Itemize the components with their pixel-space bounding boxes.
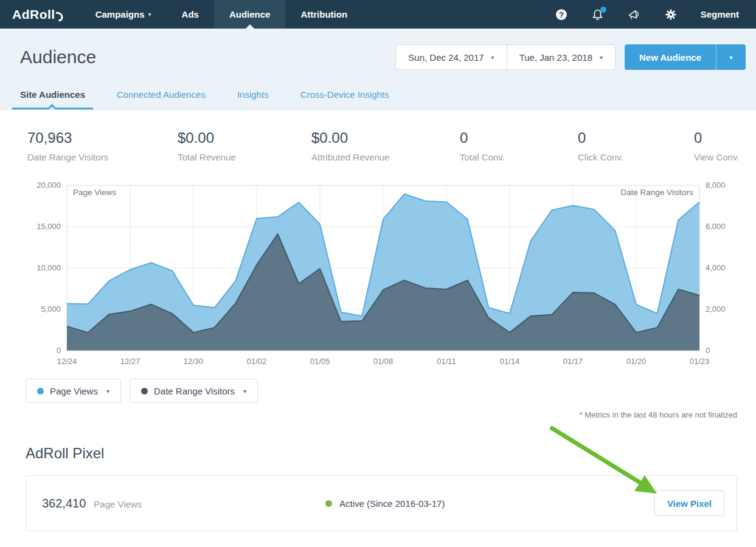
svg-text:4,000: 4,000 bbox=[706, 263, 726, 272]
page-views-dot-icon bbox=[37, 388, 44, 394]
svg-text:01/08: 01/08 bbox=[373, 357, 394, 366]
status-dot-icon bbox=[325, 500, 332, 507]
svg-text:01/11: 01/11 bbox=[437, 357, 456, 366]
tab-site-audiences[interactable]: Site Audiences bbox=[20, 83, 85, 109]
page-header: Audience Sun, Dec 24, 2017 ▾ Tue, Jan 23… bbox=[0, 29, 756, 110]
view-pixel-button[interactable]: View Pixel bbox=[654, 490, 724, 516]
notifications-icon[interactable] bbox=[591, 8, 605, 21]
svg-text:0: 0 bbox=[57, 346, 61, 355]
announcements-icon[interactable] bbox=[628, 8, 641, 21]
chevron-down-icon: ▾ bbox=[148, 11, 151, 18]
date-start-picker[interactable]: Sun, Dec 24, 2017 ▾ bbox=[396, 45, 506, 69]
svg-text:15,000: 15,000 bbox=[36, 222, 61, 231]
date-end-picker[interactable]: Tue, Jan 23, 2018 ▾ bbox=[507, 45, 615, 69]
nav-item-campaigns[interactable]: Campaigns ▾ bbox=[80, 0, 167, 29]
svg-text:10,000: 10,000 bbox=[36, 263, 61, 272]
pixel-page-views-label: Page Views bbox=[94, 499, 142, 509]
adroll-pixel-heading: AdRoll Pixel bbox=[26, 445, 756, 462]
header-controls: Sun, Dec 24, 2017 ▾ Tue, Jan 23, 2018 ▾ … bbox=[395, 44, 746, 70]
svg-text:12/27: 12/27 bbox=[120, 357, 140, 366]
stat-value: $0.00 bbox=[311, 129, 460, 146]
svg-text:01/14: 01/14 bbox=[500, 357, 520, 366]
adroll-logo-text: AdRoll bbox=[12, 7, 55, 22]
svg-text:6,000: 6,000 bbox=[706, 222, 726, 231]
nav-item-attribution[interactable]: Attribution bbox=[285, 0, 362, 29]
legend-label: Date Range Visitors bbox=[154, 386, 235, 396]
stat-value: 0 bbox=[578, 129, 694, 146]
svg-text:20,000: 20,000 bbox=[36, 181, 61, 190]
stat-label: Date Range Visitors bbox=[27, 152, 178, 162]
tab-cross-device-insights[interactable]: Cross-Device Insights bbox=[300, 83, 389, 109]
active-nav-notch bbox=[246, 24, 254, 29]
svg-text:2,000: 2,000 bbox=[706, 304, 726, 314]
stats-row: 70,963 Date Range Visitors $0.00 Total R… bbox=[0, 110, 756, 162]
chart-legend: Page Views ▾ Date Range Visitors ▾ bbox=[0, 379, 756, 403]
help-icon[interactable]: ? bbox=[555, 8, 568, 21]
date-range-picker: Sun, Dec 24, 2017 ▾ Tue, Jan 23, 2018 ▾ bbox=[395, 44, 616, 70]
svg-text:01/23: 01/23 bbox=[690, 357, 710, 366]
adroll-logo[interactable]: AdRoll bbox=[0, 0, 72, 29]
stat-label: Click Conv. bbox=[578, 152, 694, 162]
main-nav: AdRoll Campaigns ▾ Ads Audience Attribut… bbox=[0, 0, 756, 29]
pixel-page-views-value: 362,410 bbox=[42, 497, 86, 511]
pixel-page-views-stat: 362,410 Page Views bbox=[42, 497, 142, 511]
svg-text:8,000: 8,000 bbox=[706, 181, 726, 190]
pixel-status-text: Active (Since 2016-03-17) bbox=[339, 498, 445, 509]
tab-insights-label: Insights bbox=[237, 89, 269, 100]
svg-text:Date Range Visitors: Date Range Visitors bbox=[620, 188, 693, 197]
stat-click-conv: 0 Click Conv. bbox=[578, 129, 694, 162]
new-audience-button[interactable]: New Audience bbox=[625, 44, 716, 70]
stat-label: Total Revenue bbox=[178, 152, 311, 162]
svg-text:Page Views: Page Views bbox=[73, 188, 116, 197]
stat-value: 0 bbox=[460, 129, 578, 146]
svg-text:12/24: 12/24 bbox=[57, 357, 77, 366]
svg-text:01/20: 01/20 bbox=[626, 357, 647, 366]
nav-item-attribution-label: Attribution bbox=[300, 9, 347, 19]
nav-item-campaigns-label: Campaigns bbox=[95, 9, 145, 19]
nav-item-ads-label: Ads bbox=[182, 9, 199, 19]
stat-view-conv: 0 View Conv. bbox=[694, 129, 756, 162]
legend-date-range-visitors-dropdown[interactable]: Date Range Visitors ▾ bbox=[130, 379, 258, 403]
tab-insights[interactable]: Insights bbox=[237, 83, 269, 109]
audience-chart-svg: 05,00010,00015,00020,00002,0004,0006,000… bbox=[0, 176, 756, 369]
stat-label: View Conv. bbox=[694, 152, 756, 162]
svg-text:5,000: 5,000 bbox=[41, 304, 61, 314]
legend-page-views-dropdown[interactable]: Page Views ▾ bbox=[26, 379, 121, 403]
svg-text:0: 0 bbox=[706, 346, 710, 355]
stat-total-revenue: $0.00 Total Revenue bbox=[178, 129, 311, 162]
nav-item-ads[interactable]: Ads bbox=[167, 0, 214, 29]
account-menu[interactable]: Segment bbox=[701, 9, 739, 19]
stat-label: Attributed Revenue bbox=[311, 152, 460, 162]
tab-cross-device-insights-label: Cross-Device Insights bbox=[300, 89, 389, 100]
new-audience-split-button: New Audience ▾ bbox=[625, 44, 746, 70]
date-range-visitors-dot-icon bbox=[141, 388, 148, 394]
page-title: Audience bbox=[20, 47, 96, 67]
audience-tabs: Site Audiences Connected Audiences Insig… bbox=[0, 81, 756, 109]
tab-site-audiences-label: Site Audiences bbox=[20, 89, 85, 100]
tab-connected-audiences[interactable]: Connected Audiences bbox=[117, 83, 206, 109]
chevron-down-icon: ▾ bbox=[243, 388, 246, 394]
audience-chart: 05,00010,00015,00020,00002,0004,0006,000… bbox=[0, 176, 756, 369]
chevron-down-icon: ▾ bbox=[106, 388, 109, 394]
chevron-down-icon: ▾ bbox=[600, 54, 603, 61]
metrics-footnote: * Metrics in the last 48 hours are not f… bbox=[0, 410, 756, 419]
stat-value: $0.00 bbox=[178, 129, 311, 146]
nav-item-audience[interactable]: Audience bbox=[214, 0, 286, 29]
settings-icon[interactable] bbox=[664, 8, 678, 21]
adroll-pixel-card: 362,410 Page Views Active (Since 2016-03… bbox=[26, 475, 737, 531]
nav-item-audience-label: Audience bbox=[229, 9, 271, 19]
svg-text:01/05: 01/05 bbox=[310, 357, 330, 366]
nav-right-icons: ? bbox=[555, 0, 756, 29]
nav-items: Campaigns ▾ Ads Audience Attribution bbox=[80, 0, 362, 29]
pixel-status: Active (Since 2016-03-17) bbox=[325, 498, 445, 509]
new-audience-dropdown-button[interactable]: ▾ bbox=[716, 44, 746, 70]
stat-date-range-visitors: 70,963 Date Range Visitors bbox=[27, 129, 178, 162]
stat-attributed-revenue: $0.00 Attributed Revenue bbox=[311, 129, 460, 162]
notification-badge bbox=[600, 7, 606, 13]
date-start-value: Sun, Dec 24, 2017 bbox=[408, 52, 484, 63]
tab-connected-audiences-label: Connected Audiences bbox=[117, 89, 206, 100]
stat-value: 70,963 bbox=[27, 129, 178, 146]
stat-value: 0 bbox=[694, 129, 756, 146]
svg-text:12/30: 12/30 bbox=[184, 357, 204, 366]
svg-text:?: ? bbox=[559, 10, 564, 19]
